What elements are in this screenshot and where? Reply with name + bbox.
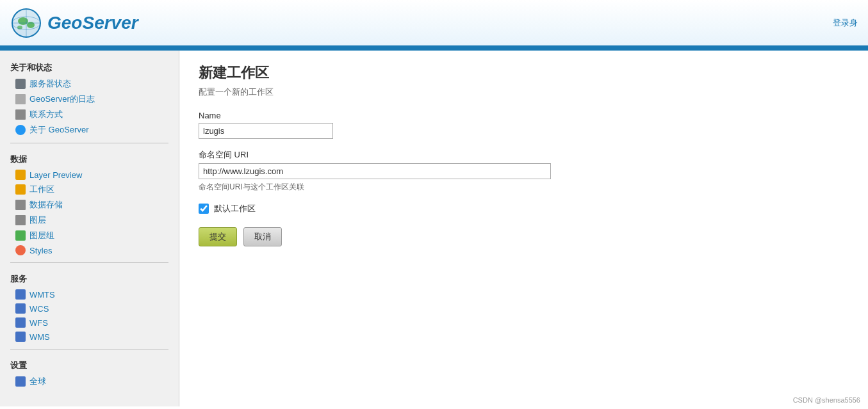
sidebar-section-about: 关于和状态 [0,57,179,76]
sidebar-item-label: WCS [29,304,49,314]
name-form-group: Name [199,111,849,139]
uri-label: 命名空间 URI [199,149,849,161]
sidebar-item-label: WMTS [29,290,55,300]
sidebar-item-label: 联系方式 [29,109,63,120]
sidebar-item-workspace[interactable]: 工作区 [0,182,179,197]
default-workspace-row: 默认工作区 [199,203,849,214]
uri-hint: 命名空间URI与这个工作区关联 [199,182,849,193]
sidebar: 关于和状态 服务器状态 GeoServer的日志 联系方式 关于 GeoServ… [0,51,179,406]
wmts-icon [15,289,26,300]
sidebar-divider-1 [10,143,168,143]
sidebar-item-about-geoserver[interactable]: 关于 GeoServer [0,122,179,138]
sidebar-item-label: 工作区 [29,184,54,195]
geoserver-logo-icon [10,7,42,39]
logo-area: GeoServer [10,7,138,39]
log-icon [15,94,26,104]
sidebar-section-services: 服务 [0,268,179,287]
sidebar-section-data: 数据 [0,148,179,168]
sidebar-item-label: 全球 [29,376,46,387]
contact-icon [15,109,26,120]
sidebar-item-geoserver-log[interactable]: GeoServer的日志 [0,92,179,107]
layout: 关于和状态 服务器状态 GeoServer的日志 联系方式 关于 GeoServ… [0,51,868,406]
default-workspace-label: 默认工作区 [214,203,256,214]
sidebar-item-label: Layer Preview [29,170,82,180]
sidebar-item-label: 数据存储 [29,199,63,211]
sidebar-item-wms[interactable]: WMS [0,330,179,344]
sidebar-divider-3 [10,349,168,349]
footer-watermark: CSDN @shensa5556 [793,396,860,404]
sidebar-item-label: 图层组 [29,230,54,241]
form-buttons: 提交 取消 [199,227,849,246]
name-label: Name [199,111,849,120]
sidebar-item-label: WFS [29,318,48,328]
wfs-icon [15,317,26,328]
sidebar-item-wcs[interactable]: WCS [0,301,179,316]
logo-text: GeoServer [47,13,138,33]
sidebar-item-global[interactable]: 全球 [0,374,179,389]
page-subtitle: 配置一个新的工作区 [199,86,849,98]
sidebar-item-label: 图层 [29,214,46,226]
sidebar-item-label: 服务器状态 [29,78,71,90]
sidebar-item-label: GeoServer的日志 [29,93,95,105]
server-icon [15,79,26,89]
default-workspace-checkbox[interactable] [199,204,209,214]
page-title: 新建工作区 [199,63,849,83]
sidebar-item-label: Styles [29,246,52,255]
sidebar-item-server-status[interactable]: 服务器状态 [0,76,179,92]
sidebar-item-layer[interactable]: 图层 [0,213,179,228]
sidebar-item-styles[interactable]: Styles [0,243,179,257]
main-content: 新建工作区 配置一个新的工作区 Name 命名空间 URI 命名空间URI与这个… [179,51,868,406]
sidebar-item-store[interactable]: 数据存储 [0,197,179,213]
sidebar-item-layergroup[interactable]: 图层组 [0,228,179,243]
layer-icon [15,215,26,225]
layergroup-icon [15,230,26,241]
styles-icon [15,245,26,255]
wms-icon [15,332,26,342]
cancel-button[interactable]: 取消 [243,227,282,246]
name-input[interactable] [199,123,333,139]
global-icon [15,376,26,387]
layer-preview-icon [15,170,26,180]
uri-form-group: 命名空间 URI 命名空间URI与这个工作区关联 [199,149,849,193]
header: GeoServer 登录身 [0,0,868,48]
sidebar-item-wmts[interactable]: WMTS [0,287,179,301]
uri-input[interactable] [199,163,551,179]
svg-point-2 [18,17,28,25]
sidebar-item-label: 关于 GeoServer [29,124,88,136]
sidebar-item-contact[interactable]: 联系方式 [0,107,179,122]
sidebar-item-layer-preview[interactable]: Layer Preview [0,168,179,182]
submit-button[interactable]: 提交 [199,227,237,246]
store-icon [15,200,26,210]
login-link[interactable]: 登录身 [833,17,858,29]
workspace-icon [15,184,26,195]
sidebar-item-label: WMS [29,332,50,342]
about-icon [15,125,26,135]
wcs-icon [15,303,26,314]
sidebar-item-wfs[interactable]: WFS [0,316,179,330]
sidebar-section-settings: 设置 [0,355,179,374]
svg-point-3 [27,22,35,28]
sidebar-divider-2 [10,262,168,263]
